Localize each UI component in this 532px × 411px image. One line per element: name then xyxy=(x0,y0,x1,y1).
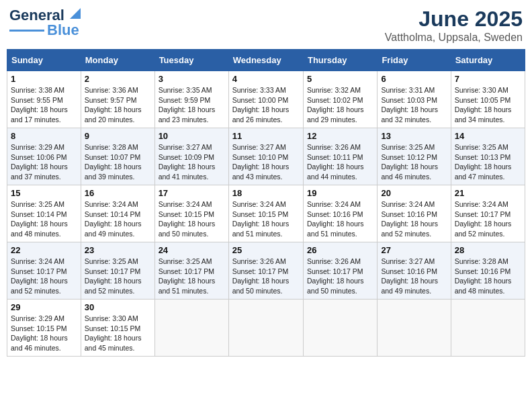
day-info: Sunrise: 3:24 AM Sunset: 10:15 PM Daylig… xyxy=(232,199,300,239)
day-cell: 25Sunrise: 3:26 AM Sunset: 10:17 PM Dayl… xyxy=(228,242,303,300)
day-number: 18 xyxy=(232,188,300,198)
day-info: Sunrise: 3:24 AM Sunset: 10:14 PM Daylig… xyxy=(85,199,151,239)
day-number: 16 xyxy=(85,188,151,198)
title-block: June 2025 Vattholma, Uppsala, Sweden xyxy=(385,7,523,44)
day-number: 28 xyxy=(455,245,521,255)
week-row-4: 22Sunrise: 3:24 AM Sunset: 10:17 PM Dayl… xyxy=(7,242,525,300)
day-info: Sunrise: 3:27 AM Sunset: 10:16 PM Daylig… xyxy=(381,257,447,296)
day-info: Sunrise: 3:30 AM Sunset: 10:15 PM Daylig… xyxy=(85,314,151,353)
day-info: Sunrise: 3:38 AM Sunset: 9:55 PM Dayligh… xyxy=(11,85,77,125)
day-cell xyxy=(303,300,377,357)
day-number: 30 xyxy=(85,302,151,312)
week-row-5: 29Sunrise: 3:29 AM Sunset: 10:15 PM Dayl… xyxy=(7,300,525,357)
day-cell: 20Sunrise: 3:24 AM Sunset: 10:16 PM Dayl… xyxy=(378,185,451,242)
day-info: Sunrise: 3:24 AM Sunset: 10:17 PM Daylig… xyxy=(11,257,77,296)
col-header-tuesday: Tuesday xyxy=(154,50,228,71)
day-cell: 6Sunrise: 3:31 AM Sunset: 10:03 PM Dayli… xyxy=(378,71,451,128)
col-header-sunday: Sunday xyxy=(7,50,81,71)
day-cell: 15Sunrise: 3:25 AM Sunset: 10:14 PM Dayl… xyxy=(7,185,81,242)
day-cell: 23Sunrise: 3:25 AM Sunset: 10:17 PM Dayl… xyxy=(81,242,154,300)
day-number: 8 xyxy=(11,131,77,141)
day-info: Sunrise: 3:26 AM Sunset: 10:17 PM Daylig… xyxy=(307,257,373,296)
day-info: Sunrise: 3:33 AM Sunset: 10:00 PM Daylig… xyxy=(232,85,300,125)
day-number: 17 xyxy=(159,188,225,198)
col-header-wednesday: Wednesday xyxy=(228,50,303,71)
day-number: 6 xyxy=(381,74,447,84)
day-number: 20 xyxy=(381,188,447,198)
day-cell: 28Sunrise: 3:28 AM Sunset: 10:16 PM Dayl… xyxy=(451,242,525,300)
day-cell: 8Sunrise: 3:29 AM Sunset: 10:06 PM Dayli… xyxy=(7,128,81,185)
day-cell: 4Sunrise: 3:33 AM Sunset: 10:00 PM Dayli… xyxy=(228,71,303,128)
col-header-friday: Friday xyxy=(378,50,451,71)
week-row-1: 1Sunrise: 3:38 AM Sunset: 9:55 PM Daylig… xyxy=(7,71,525,128)
day-number: 29 xyxy=(11,302,77,312)
day-info: Sunrise: 3:30 AM Sunset: 10:05 PM Daylig… xyxy=(455,85,521,125)
day-cell xyxy=(378,300,451,357)
day-number: 24 xyxy=(159,245,225,255)
day-cell: 13Sunrise: 3:25 AM Sunset: 10:12 PM Dayl… xyxy=(378,128,451,185)
week-row-2: 8Sunrise: 3:29 AM Sunset: 10:06 PM Dayli… xyxy=(7,128,525,185)
col-header-saturday: Saturday xyxy=(451,50,525,71)
day-info: Sunrise: 3:24 AM Sunset: 10:16 PM Daylig… xyxy=(381,199,447,239)
day-number: 2 xyxy=(85,74,151,84)
day-cell: 26Sunrise: 3:26 AM Sunset: 10:17 PM Dayl… xyxy=(303,242,377,300)
day-number: 5 xyxy=(307,74,373,84)
day-cell: 12Sunrise: 3:26 AM Sunset: 10:11 PM Dayl… xyxy=(303,128,377,185)
day-cell: 10Sunrise: 3:27 AM Sunset: 10:09 PM Dayl… xyxy=(154,128,228,185)
day-info: Sunrise: 3:25 AM Sunset: 10:17 PM Daylig… xyxy=(159,257,225,296)
day-info: Sunrise: 3:29 AM Sunset: 10:15 PM Daylig… xyxy=(11,314,77,353)
day-info: Sunrise: 3:27 AM Sunset: 10:10 PM Daylig… xyxy=(232,142,300,182)
day-info: Sunrise: 3:25 AM Sunset: 10:14 PM Daylig… xyxy=(11,199,77,239)
day-number: 19 xyxy=(307,188,373,198)
day-cell: 18Sunrise: 3:24 AM Sunset: 10:15 PM Dayl… xyxy=(228,185,303,242)
day-cell xyxy=(154,300,228,357)
day-cell: 11Sunrise: 3:27 AM Sunset: 10:10 PM Dayl… xyxy=(228,128,303,185)
day-cell: 3Sunrise: 3:35 AM Sunset: 9:59 PM Daylig… xyxy=(154,71,228,128)
logo-icon xyxy=(66,7,81,21)
day-cell: 7Sunrise: 3:30 AM Sunset: 10:05 PM Dayli… xyxy=(451,71,525,128)
day-info: Sunrise: 3:31 AM Sunset: 10:03 PM Daylig… xyxy=(381,85,447,125)
day-cell: 16Sunrise: 3:24 AM Sunset: 10:14 PM Dayl… xyxy=(81,185,154,242)
day-info: Sunrise: 3:35 AM Sunset: 9:59 PM Dayligh… xyxy=(159,85,225,125)
day-info: Sunrise: 3:24 AM Sunset: 10:16 PM Daylig… xyxy=(307,199,373,239)
day-info: Sunrise: 3:26 AM Sunset: 10:11 PM Daylig… xyxy=(307,142,373,182)
day-number: 13 xyxy=(381,131,447,141)
logo-underline xyxy=(9,30,44,32)
day-number: 4 xyxy=(232,74,300,84)
day-number: 27 xyxy=(381,245,447,255)
day-cell: 30Sunrise: 3:30 AM Sunset: 10:15 PM Dayl… xyxy=(81,300,154,357)
day-info: Sunrise: 3:25 AM Sunset: 10:13 PM Daylig… xyxy=(455,142,521,182)
calendar-subtitle: Vattholma, Uppsala, Sweden xyxy=(385,32,523,44)
col-header-thursday: Thursday xyxy=(303,50,377,71)
day-number: 23 xyxy=(85,245,151,255)
day-info: Sunrise: 3:27 AM Sunset: 10:09 PM Daylig… xyxy=(159,142,225,182)
week-row-3: 15Sunrise: 3:25 AM Sunset: 10:14 PM Dayl… xyxy=(7,185,525,242)
day-info: Sunrise: 3:28 AM Sunset: 10:07 PM Daylig… xyxy=(85,142,151,182)
day-cell: 27Sunrise: 3:27 AM Sunset: 10:16 PM Dayl… xyxy=(378,242,451,300)
col-header-monday: Monday xyxy=(81,50,154,71)
day-info: Sunrise: 3:25 AM Sunset: 10:17 PM Daylig… xyxy=(85,257,151,296)
day-cell: 19Sunrise: 3:24 AM Sunset: 10:16 PM Dayl… xyxy=(303,185,377,242)
day-cell xyxy=(451,300,525,357)
day-number: 9 xyxy=(85,131,151,141)
day-info: Sunrise: 3:32 AM Sunset: 10:02 PM Daylig… xyxy=(307,85,373,125)
day-number: 10 xyxy=(159,131,225,141)
day-cell: 14Sunrise: 3:25 AM Sunset: 10:13 PM Dayl… xyxy=(451,128,525,185)
day-cell: 22Sunrise: 3:24 AM Sunset: 10:17 PM Dayl… xyxy=(7,242,81,300)
day-info: Sunrise: 3:24 AM Sunset: 10:15 PM Daylig… xyxy=(159,199,225,239)
day-number: 1 xyxy=(11,74,77,84)
day-info: Sunrise: 3:25 AM Sunset: 10:12 PM Daylig… xyxy=(381,142,447,182)
day-cell: 1Sunrise: 3:38 AM Sunset: 9:55 PM Daylig… xyxy=(7,71,81,128)
day-info: Sunrise: 3:26 AM Sunset: 10:17 PM Daylig… xyxy=(232,257,300,296)
day-cell: 2Sunrise: 3:36 AM Sunset: 9:57 PM Daylig… xyxy=(81,71,154,128)
day-number: 25 xyxy=(232,245,300,255)
day-cell: 5Sunrise: 3:32 AM Sunset: 10:02 PM Dayli… xyxy=(303,71,377,128)
svg-marker-0 xyxy=(70,8,81,19)
day-cell: 24Sunrise: 3:25 AM Sunset: 10:17 PM Dayl… xyxy=(154,242,228,300)
day-number: 7 xyxy=(455,74,521,84)
day-number: 15 xyxy=(11,188,77,198)
day-info: Sunrise: 3:36 AM Sunset: 9:57 PM Dayligh… xyxy=(85,85,151,125)
day-number: 22 xyxy=(11,245,77,255)
day-number: 14 xyxy=(455,131,521,141)
day-cell: 9Sunrise: 3:28 AM Sunset: 10:07 PM Dayli… xyxy=(81,128,154,185)
